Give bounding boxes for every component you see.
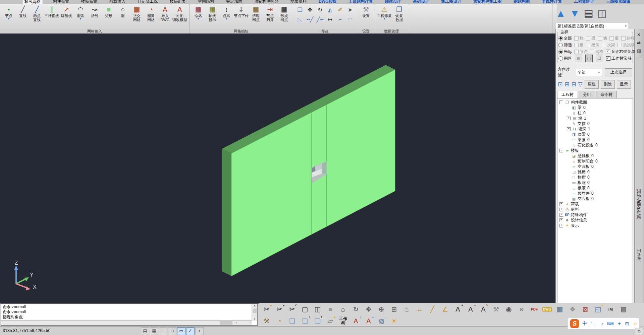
screenshot-camera-button[interactable]: ◉	[503, 304, 515, 315]
viewport-3d[interactable]: Z Y X	[0, 34, 555, 304]
ribbon-tab-1[interactable]: 轴线网格	[22, 0, 43, 4]
tree-item[interactable]: ◪悬挑板0	[557, 153, 633, 158]
pan-button[interactable]: ✥	[363, 304, 374, 315]
grid-display-toggle[interactable]: ▦	[150, 327, 158, 335]
copy-standard-floor-button[interactable]: ❏+	[299, 316, 311, 326]
tree-item[interactable]: ✎支撑0	[557, 121, 633, 126]
crossing-select-mode-button[interactable]: ▢	[585, 55, 593, 62]
select-filter-radio[interactable]: 筛选	[558, 42, 572, 48]
name-grid-button[interactable]: ▦命名▼	[191, 5, 205, 20]
polyline-button[interactable]: ↝折线	[88, 5, 102, 18]
option-checkbox[interactable]	[606, 50, 610, 54]
copy-button[interactable]: ❏	[295, 6, 305, 14]
select-new-icon[interactable]: ⊟	[572, 81, 576, 88]
filter-checkbox[interactable]	[574, 50, 579, 54]
sun-render-button[interactable]: ☀	[388, 316, 400, 326]
tree-item[interactable]: ◧梁0	[557, 105, 633, 110]
filter-checkbox[interactable]	[609, 36, 614, 41]
select-previous-icon[interactable]: ⊡	[558, 81, 562, 88]
extend-button[interactable]: ↦	[325, 16, 335, 23]
tree-expander-icon[interactable]: +	[559, 213, 563, 217]
measure-distance-button[interactable]: ↔	[414, 304, 425, 315]
worktree-vertical-tab[interactable]: 工作树	[636, 249, 642, 261]
tree-item[interactable]: ▯柱0	[557, 110, 633, 116]
ime-voice-icon[interactable]: ♪	[601, 321, 603, 326]
import-image-button[interactable]: ▧→	[376, 316, 387, 326]
ribbon-tab-8[interactable]: 鉴定加固	[224, 0, 244, 4]
ribbon-tab-18[interactable]: 非线性计算	[540, 0, 564, 4]
display-button[interactable]: 显示	[617, 80, 631, 89]
home-view-button[interactable]: ⌂	[337, 304, 349, 315]
tree-item[interactable]: ♨石化设备0	[557, 142, 633, 148]
underlay-modify-button[interactable]: A衬图 调改模型	[172, 5, 187, 22]
snap-track-toggle[interactable]: +	[195, 327, 204, 335]
two-point-line-button[interactable]: ╱两点 直线	[30, 5, 44, 22]
text-annotation-button[interactable]: [A]	[605, 304, 616, 315]
form-grid-button[interactable]: ▦形成 网点	[277, 5, 291, 22]
filter-checkbox[interactable]	[574, 36, 579, 41]
options-wrench-button[interactable]: ⚒	[490, 304, 502, 315]
ime-keyboard-icon[interactable]: ⌨	[607, 321, 614, 326]
ribbon-tab-20[interactable]: 三维图形编辑	[604, 0, 632, 4]
refresh-model-button[interactable]: ❖	[567, 304, 578, 315]
tree-expander-icon[interactable]: +	[559, 224, 563, 227]
ribbon-tab-12[interactable]: 上部结构计算	[346, 0, 375, 4]
tree-item[interactable]: ▦空心板0	[557, 196, 633, 201]
ribbon-tab-6[interactable]: 楼层组表	[168, 0, 188, 4]
select-cursor-radio[interactable]: 光标	[558, 49, 572, 55]
workbench-button[interactable]: ⚒	[261, 316, 272, 326]
help-circle-icon[interactable]	[581, 0, 585, 4]
sogou-logo-icon[interactable]: S	[570, 319, 579, 328]
ribbon-tab-10[interactable]: 地质资料	[288, 0, 309, 4]
command-horizontal-scrollbar[interactable]: ‹ ›	[1, 320, 252, 325]
section-cut-day-button[interactable]: ✂●	[261, 304, 272, 315]
ribbon-tab-17[interactable]: 钢结构图	[512, 0, 532, 4]
command-vertical-scrollbar[interactable]: ∧ ∨	[252, 304, 257, 321]
zoom-window-button[interactable]: ⊞	[388, 304, 400, 315]
ribbon-tab-7[interactable]: 空间结构	[196, 0, 216, 4]
form-list-button[interactable]: ▤	[618, 304, 629, 315]
panel-close-icon[interactable]: ✕	[637, 32, 641, 37]
panel-tab-3[interactable]: 命令树	[596, 91, 617, 98]
point-height-button[interactable]: ↕点高▼	[219, 5, 233, 20]
tree-expander-icon[interactable]: +	[567, 127, 571, 131]
tree-item[interactable]: ⌂预制阳台0	[557, 158, 633, 164]
select-highlight-button[interactable]: ◱●	[592, 304, 604, 315]
tree-item[interactable]: +SP特殊构件	[557, 212, 633, 217]
text-enlarge-button[interactable]: A+	[452, 304, 464, 315]
filter-checkbox[interactable]	[621, 36, 626, 41]
tree-item[interactable]: +◎材料	[557, 207, 633, 212]
properties-button[interactable]: 属性	[585, 80, 599, 89]
project-repair-button[interactable]: ⚠工程修复▼	[377, 5, 392, 20]
ribbon-tab-15[interactable]: 施工图设计	[439, 0, 463, 4]
fence-select-mode-button[interactable]: ❏	[596, 55, 603, 62]
panel-menu-icon[interactable]: ▥	[637, 48, 641, 53]
rectangle-button[interactable]: ■矩形	[102, 5, 116, 18]
scroll-left-icon[interactable]: ‹	[236, 321, 237, 324]
filter-checkbox[interactable]	[602, 43, 606, 47]
measure-angle-button[interactable]: ∠	[439, 304, 451, 315]
export-model-button[interactable]: A↳	[363, 316, 374, 326]
tree-item[interactable]: −▰楼板	[557, 148, 633, 153]
filter-funnel-icon[interactable]: ▽	[578, 81, 583, 88]
render-teapot-button[interactable]: ♨	[401, 304, 413, 315]
building-view-button[interactable]: ▦	[554, 304, 566, 315]
ime-skin-icon[interactable]: ✦	[618, 321, 622, 326]
direction-filter-select[interactable]: 全部 ▼	[576, 69, 602, 76]
filter-checkbox[interactable]	[586, 36, 590, 41]
tree-item[interactable]: +↡荷载	[557, 201, 633, 207]
tree-item[interactable]: +⊓墙洞1	[557, 126, 633, 132]
tree-item[interactable]: ▱空调板0	[557, 164, 633, 169]
ortho-grid-button[interactable]: ▦正交 网格	[130, 5, 144, 22]
tree-expander-icon[interactable]: +	[559, 208, 563, 211]
split-view-button[interactable]: ◫	[597, 8, 607, 19]
floor-up-button[interactable]: ▲	[556, 8, 566, 19]
ribbon-tab-4[interactable]: 荷载输入	[107, 0, 127, 4]
settings-gear-button[interactable]: ⚙	[635, 328, 643, 335]
all-floors-button[interactable]: ▤	[584, 8, 593, 19]
close-windows-button[interactable]: ⊠	[580, 304, 591, 315]
node-button[interactable]: ▪节点▼	[2, 5, 16, 20]
ribbon-tab-9[interactable]: 预制构件拆分	[252, 0, 280, 4]
object-snap-toggle[interactable]: ▭	[177, 327, 185, 335]
lock-plane-button[interactable]: ▱●	[325, 316, 336, 326]
